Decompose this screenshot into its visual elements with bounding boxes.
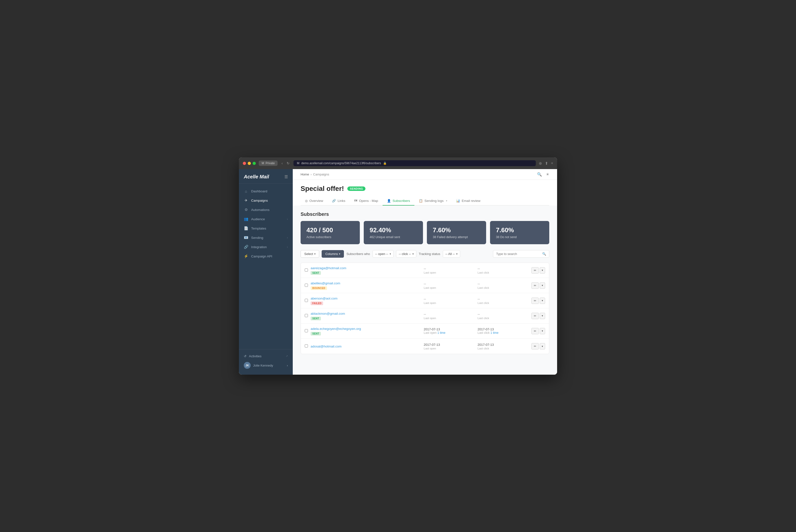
click-date: 2017-07-13 bbox=[477, 343, 531, 346]
more-actions-button[interactable]: ▾ bbox=[540, 343, 545, 349]
subscribers-tab-icon: 👤 bbox=[387, 199, 391, 203]
email-link[interactable]: ablackmon@gmail.com bbox=[310, 312, 345, 316]
minimize-button[interactable] bbox=[248, 162, 251, 165]
email-link[interactable]: aberson@aol.com bbox=[310, 297, 338, 300]
downloads-icon[interactable]: ⊕ bbox=[539, 161, 542, 166]
search-icon: 🔍 bbox=[542, 252, 546, 256]
email-link[interactable]: adela.echegoyen@echegoyen.org bbox=[310, 327, 361, 330]
tracking-filter-select[interactable]: -- All -- ▾ bbox=[443, 250, 460, 258]
user-profile-item[interactable]: JK Jolie Kennedy › bbox=[239, 360, 293, 371]
click-label: Last click bbox=[477, 286, 531, 289]
row-email-cell: adela.echegoyen@echegoyen.org SENT bbox=[310, 326, 424, 336]
sidebar-item-campaigns[interactable]: ✈ Campaigns bbox=[239, 196, 293, 205]
row-click-cell: 2017-07-13 Last click 1 time bbox=[477, 327, 531, 335]
row-checkbox[interactable] bbox=[305, 268, 310, 272]
row-checkbox-input[interactable] bbox=[305, 329, 308, 332]
columns-button[interactable]: Columns ▾ bbox=[322, 250, 344, 258]
maximize-button[interactable] bbox=[252, 162, 256, 165]
sidebar-item-sending[interactable]: 📧 Sending › bbox=[239, 233, 293, 242]
email-link[interactable]: aareizaga@hotmail.com bbox=[310, 266, 346, 270]
more-actions-button[interactable]: ▾ bbox=[540, 298, 545, 304]
select-label: Select bbox=[304, 252, 313, 256]
sidebar: Acelle Mail ☰ ⌂ Dashboard ✈ Campaigns ⚙ … bbox=[239, 169, 293, 375]
campaigns-icon: ✈ bbox=[244, 198, 248, 203]
email-link[interactable]: adosal@hotmail.com bbox=[310, 345, 341, 348]
row-checkbox-input[interactable] bbox=[305, 268, 308, 272]
row-checkbox[interactable] bbox=[305, 299, 310, 303]
row-checkbox[interactable] bbox=[305, 314, 310, 318]
row-checkbox-input[interactable] bbox=[305, 314, 308, 317]
theme-icon[interactable]: ☀ bbox=[546, 172, 549, 177]
tab-links[interactable]: 🔗 Links bbox=[327, 196, 350, 206]
click-date: -- bbox=[477, 297, 531, 301]
sidebar-item-audience[interactable]: 👥 Audience › bbox=[239, 214, 293, 224]
tab-sending-logs[interactable]: 📋 Sending logs ▾ bbox=[414, 196, 452, 206]
content-area: Subscribers 420 / 500 Active subscribers… bbox=[293, 206, 557, 360]
sidebar-logo: Acelle Mail ☰ bbox=[239, 169, 293, 184]
search-icon[interactable]: 🔍 bbox=[537, 172, 542, 177]
stat-card-unique: 92.40% 462 Unique email sent bbox=[364, 221, 423, 244]
more-actions-button[interactable]: ▾ bbox=[540, 267, 545, 273]
select-button[interactable]: Select ▾ bbox=[301, 250, 319, 258]
row-checkbox[interactable] bbox=[305, 283, 310, 288]
new-tab-icon[interactable]: + bbox=[551, 161, 553, 166]
row-checkbox-input[interactable] bbox=[305, 344, 308, 347]
back-button[interactable]: ‹ bbox=[281, 161, 284, 166]
browser-tab[interactable]: M Private bbox=[259, 160, 278, 166]
tab-label: Sending logs bbox=[424, 199, 443, 203]
edit-button[interactable]: ✏ bbox=[531, 282, 539, 289]
refresh-button[interactable]: ↻ bbox=[286, 161, 290, 166]
breadcrumb-home[interactable]: Home bbox=[301, 172, 309, 176]
open-times-count: 1 time bbox=[437, 331, 446, 335]
edit-button[interactable]: ✏ bbox=[531, 313, 539, 319]
open-filter-select[interactable]: -- open -- ▾ bbox=[373, 250, 394, 258]
breadcrumb-current: Campaigns bbox=[313, 172, 329, 176]
close-button[interactable] bbox=[243, 162, 246, 165]
activities-item[interactable]: ↺ Activities ↗ bbox=[239, 353, 293, 360]
row-checkbox[interactable] bbox=[305, 329, 310, 333]
click-label: Last click bbox=[477, 317, 531, 320]
row-click-cell: -- Last click bbox=[477, 297, 531, 304]
chevron-down-icon: ▾ bbox=[456, 252, 457, 255]
sidebar-item-templates[interactable]: 📄 Templates bbox=[239, 224, 293, 233]
review-tab-icon: 📊 bbox=[456, 199, 460, 203]
sidebar-item-automations[interactable]: ⚙ Automations bbox=[239, 205, 293, 214]
sidebar-item-campaign-api[interactable]: ⚡ Campaign API bbox=[239, 251, 293, 261]
edit-button[interactable]: ✏ bbox=[531, 298, 539, 304]
table-row: ablackmon@gmail.com SENT -- Last open --… bbox=[301, 308, 549, 323]
search-box[interactable]: 🔍 bbox=[493, 250, 549, 258]
stat-label: 462 Unique email sent bbox=[369, 235, 417, 239]
tab-subscribers[interactable]: 👤 Subscribers bbox=[383, 196, 414, 206]
row-checkbox-input[interactable] bbox=[305, 299, 308, 302]
sidebar-item-dashboard[interactable]: ⌂ Dashboard bbox=[239, 187, 293, 196]
sidebar-item-integration[interactable]: 🔗 Integration › bbox=[239, 242, 293, 251]
url-bar[interactable]: M demo.acellemail.com/campaigns/59674ae2… bbox=[293, 160, 536, 166]
click-filter-select[interactable]: -- click -- ▾ bbox=[396, 250, 416, 258]
open-filter-value: -- open -- bbox=[375, 252, 388, 256]
row-checkbox[interactable] bbox=[305, 344, 310, 348]
email-link[interactable]: abeliles@gmail.com bbox=[310, 281, 340, 285]
tab-overview[interactable]: ◎ Overview bbox=[301, 196, 327, 206]
chevron-down-icon: ▾ bbox=[446, 200, 447, 202]
more-actions-button[interactable]: ▾ bbox=[540, 328, 545, 334]
row-checkbox-input[interactable] bbox=[305, 284, 308, 287]
open-label: Last open bbox=[424, 347, 477, 350]
audience-icon: 👥 bbox=[244, 217, 248, 221]
links-tab-icon: 🔗 bbox=[332, 199, 336, 203]
edit-button[interactable]: ✏ bbox=[531, 343, 539, 349]
menu-toggle[interactable]: ☰ bbox=[284, 174, 288, 179]
status-badge: SENT bbox=[310, 332, 321, 336]
row-open-cell: -- Last open bbox=[424, 297, 477, 304]
tab-email-review[interactable]: 📊 Email review bbox=[452, 196, 485, 206]
more-actions-button[interactable]: ▾ bbox=[540, 282, 545, 289]
sidebar-item-label: Automations bbox=[251, 208, 269, 212]
more-actions-button[interactable]: ▾ bbox=[540, 313, 545, 319]
share-icon[interactable]: ⬆ bbox=[545, 161, 548, 166]
user-name: Jolie Kennedy bbox=[253, 364, 273, 367]
edit-button[interactable]: ✏ bbox=[531, 328, 539, 334]
tab-opens-map[interactable]: 🗺 Opens - Map bbox=[350, 196, 383, 206]
search-input[interactable] bbox=[496, 252, 540, 256]
edit-button[interactable]: ✏ bbox=[531, 267, 539, 273]
row-click-cell: -- Last click bbox=[477, 282, 531, 289]
browser-actions: ⊕ ⬆ + bbox=[539, 161, 553, 166]
